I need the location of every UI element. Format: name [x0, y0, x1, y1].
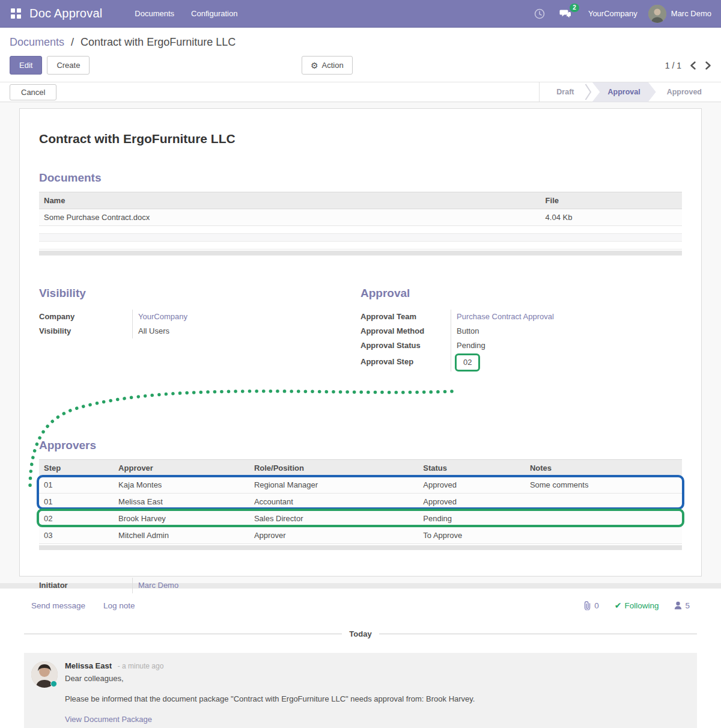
status-step-chevron-icon — [585, 83, 592, 101]
status-step-approval[interactable]: Approval — [592, 82, 656, 102]
pager-next-icon[interactable] — [705, 61, 711, 70]
message-author-avatar[interactable] — [31, 661, 58, 688]
date-divider: Today — [0, 621, 721, 646]
initiator-value[interactable]: Marc Demo — [138, 581, 178, 590]
approval-section-heading: Approval — [360, 287, 658, 300]
form-sheet: Contract with ErgoFurniture LLC Document… — [19, 108, 702, 577]
create-button[interactable]: Create — [47, 56, 90, 75]
message-list: Melissa East - a minute ago Dear colleag… — [24, 653, 697, 728]
messages-icon[interactable]: 2 — [559, 8, 571, 19]
status-step-approved[interactable]: Approved — [656, 82, 713, 102]
log-note-button[interactable]: Log note — [103, 601, 135, 610]
approvers-col-step[interactable]: Step — [39, 460, 114, 477]
initiator-label: Initiator — [39, 578, 132, 593]
form-view: Contract with ErgoFurniture LLC Document… — [0, 102, 721, 583]
approver-row[interactable]: 01 Kaja Montes Regional Manager Approved… — [39, 477, 682, 494]
cancel-button[interactable]: Cancel — [10, 84, 56, 100]
pager-value: 1 / 1 — [665, 61, 681, 70]
approver-name-cell: Melissa East — [114, 494, 249, 510]
approver-row[interactable]: 02 Brook Harvey Sales Director Pending — [39, 510, 682, 527]
message: Melissa East - a minute ago Dear colleag… — [24, 653, 697, 728]
approval-team-value[interactable]: Purchase Contract Approval — [457, 312, 554, 321]
view-document-package-link[interactable]: View Document Package — [65, 714, 152, 725]
edit-button[interactable]: Edit — [10, 56, 42, 75]
company-switcher[interactable]: YourCompany — [588, 9, 637, 18]
approval-status-value: Pending — [451, 338, 658, 353]
following-label: Following — [624, 601, 659, 610]
approver-row[interactable]: 01 Melissa East Accountant Approved — [39, 494, 682, 510]
visibility-field-label: Visibility — [39, 324, 132, 338]
approver-row[interactable]: 03 Mitchell Admin Approver To Approve — [39, 527, 682, 544]
approver-status-cell: To Approve — [418, 527, 525, 544]
document-row[interactable]: Some Purchase Contract.docx 4.04 Kb — [39, 209, 682, 226]
visibility-field-value: All Users — [132, 324, 336, 338]
document-blank-row — [39, 242, 682, 249]
documents-table-footer-bar — [39, 251, 682, 255]
approver-notes-cell — [525, 510, 682, 527]
approvers-section-heading: Approvers — [39, 439, 682, 452]
status-step-draft[interactable]: Draft — [546, 82, 585, 102]
breadcrumb-parent-link[interactable]: Documents — [10, 36, 64, 48]
followers-count: 5 — [685, 601, 690, 610]
approvers-col-status[interactable]: Status — [418, 460, 525, 477]
activities-clock-icon[interactable] — [534, 8, 545, 19]
followers-button[interactable]: 5 — [674, 601, 690, 610]
user-menu[interactable]: Marc Demo — [671, 9, 711, 18]
document-file-cell: 4.04 Kb — [541, 209, 682, 226]
approver-role-cell: Regional Manager — [249, 477, 418, 494]
online-status-dot — [50, 681, 57, 687]
person-icon — [674, 601, 682, 610]
attachments-button[interactable]: 0 — [583, 601, 599, 610]
visibility-group: Visibility Company YourCompany Visibilit… — [39, 287, 360, 372]
nav-menu-configuration[interactable]: Configuration — [183, 0, 246, 28]
approval-step-label: Approval Step — [360, 353, 451, 372]
approver-role-cell: Accountant — [249, 494, 418, 510]
approval-status-label: Approval Status — [360, 338, 451, 353]
apps-menu-icon[interactable] — [11, 8, 21, 19]
approver-notes-cell — [525, 527, 682, 544]
approver-status-cell: Pending — [418, 510, 525, 527]
gear-icon: ⚙ — [311, 61, 318, 70]
approvers-table-footer-bar — [39, 545, 682, 550]
pager-previous-icon[interactable] — [690, 61, 696, 70]
message-line: Please be informed that the document pac… — [65, 694, 475, 705]
check-icon: ✔ — [615, 601, 622, 610]
app-title[interactable]: Doc Approval — [29, 7, 102, 20]
approval-method-value: Button — [451, 324, 658, 338]
action-button[interactable]: ⚙ Action — [302, 56, 353, 75]
following-button[interactable]: ✔ Following — [615, 601, 659, 610]
statusbar-steps: Draft Approval Approved — [539, 82, 721, 102]
statusbar: Cancel Draft Approval Approved — [0, 82, 721, 102]
approver-status-cell: Approved — [418, 494, 525, 510]
approvers-col-role[interactable]: Role/Position — [249, 460, 418, 477]
send-message-button[interactable]: Send message — [31, 601, 85, 610]
approver-step-cell: 01 — [39, 494, 114, 510]
messages-count-badge: 2 — [570, 4, 579, 12]
paperclip-icon — [583, 601, 591, 610]
control-panel-buttons: Edit Create ⚙ Action 1 / 1 — [0, 52, 721, 82]
record-title: Contract with ErgoFurniture LLC — [39, 132, 682, 146]
user-avatar[interactable] — [648, 5, 666, 23]
message-author[interactable]: Melissa East — [65, 661, 112, 670]
approver-name-cell: Mitchell Admin — [114, 527, 249, 544]
document-blank-row — [39, 226, 682, 234]
company-field-value[interactable]: YourCompany — [138, 312, 187, 321]
approvers-col-approver[interactable]: Approver — [114, 460, 249, 477]
company-field-label: Company — [39, 310, 132, 324]
approver-role-cell: Sales Director — [249, 510, 418, 527]
documents-col-file[interactable]: File — [541, 192, 682, 209]
attachments-count: 0 — [594, 601, 599, 610]
approval-group: Approval Approval Team Purchase Contract… — [360, 287, 682, 372]
approver-status-cell: Approved — [418, 477, 525, 494]
page: Doc Approval Documents Configuration 2 Y… — [0, 0, 721, 728]
approval-method-label: Approval Method — [360, 324, 451, 338]
approvers-table-wrap: Step Approver Role/Position Status Notes… — [39, 459, 682, 550]
document-name-cell: Some Purchase Contract.docx — [39, 209, 541, 226]
approver-role-cell: Approver — [249, 527, 418, 544]
approvers-col-notes[interactable]: Notes — [525, 460, 682, 477]
nav-menu-documents[interactable]: Documents — [126, 0, 183, 28]
navbar: Doc Approval Documents Configuration 2 Y… — [0, 0, 721, 28]
documents-col-name[interactable]: Name — [39, 192, 541, 209]
approver-step-cell: 01 — [39, 477, 114, 494]
approver-step-cell: 02 — [39, 510, 114, 527]
